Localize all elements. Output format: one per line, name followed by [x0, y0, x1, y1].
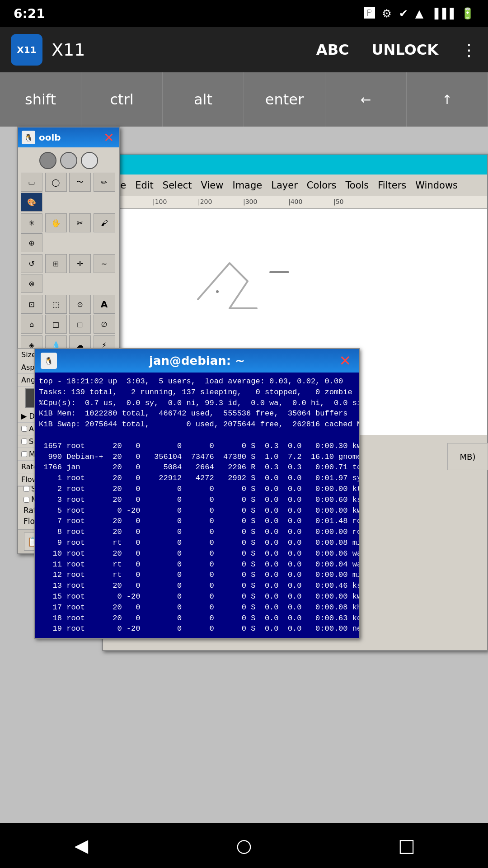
ruler-200: |200 [198, 198, 212, 205]
toolbox-titlebar[interactable]: 🐧 oolb ✕ [18, 127, 119, 147]
wifi-icon: ▲ [415, 7, 423, 20]
gimp-icon: 🐧 [24, 133, 33, 142]
perspective-tool[interactable]: ⬚ [45, 295, 67, 314]
status-time: 6:21 [14, 6, 45, 21]
smooth-checkbox[interactable] [23, 486, 29, 492]
paths-tool[interactable]: ✳ [21, 213, 42, 232]
ellipse-select-tool[interactable]: ◯ [45, 173, 67, 192]
color-pick-tool[interactable]: 🎨 [21, 193, 42, 212]
transform-tool[interactable]: □ [45, 315, 67, 334]
mode-checkbox[interactable] [23, 497, 29, 503]
abc-button[interactable]: ABC [316, 41, 349, 58]
terminal-title-text: jan@debian: ~ [61, 354, 333, 368]
back-button[interactable]: ◀ [63, 832, 99, 859]
menu-button[interactable]: ⋮ [461, 41, 477, 59]
smudge-tool[interactable]: ⊗ [21, 274, 42, 293]
dodge-tool[interactable]: ∅ [94, 315, 115, 334]
bottom-nav: ◀ ○ □ [0, 823, 488, 868]
mb-label: MB) [460, 452, 476, 462]
tool-grid-2: ✳ 🖐 ✂ 🖌 ⊕ [21, 213, 117, 252]
ruler-50: |50 [333, 198, 344, 205]
color-circle-2 [60, 152, 77, 169]
windows-menu[interactable]: Windows [411, 178, 462, 193]
colors-menu[interactable]: Colors [302, 178, 341, 193]
color-circle-3 [81, 152, 98, 169]
enter-key[interactable]: enter [244, 72, 325, 127]
crop-tool[interactable]: ⊡ [21, 295, 42, 314]
backspace-key[interactable]: ← [325, 72, 407, 127]
ruler-top: |0 |100 |200 |300 |400 |50 [103, 196, 487, 209]
gimp-menubar: File Edit Select View Image Layer Colors… [103, 175, 487, 196]
canvas-dot [216, 290, 219, 293]
status-left: 6:21 [14, 6, 45, 21]
lasso-tool[interactable]: 〜 [69, 173, 91, 192]
checkmark-icon: ✔ [399, 7, 408, 20]
up-arrow-key[interactable]: ↑ [407, 72, 488, 127]
mb-panel: MB) [447, 443, 488, 470]
battery-icon: 🔋 [461, 7, 474, 20]
shift-key[interactable]: shift [0, 72, 81, 127]
align-tool[interactable]: ⊞ [45, 254, 67, 273]
status-bar: 6:21 🅿 ⚙ ✔ ▲ ▐▐▐ 🔋 [0, 0, 488, 27]
text-tool[interactable]: A [94, 295, 115, 314]
main-area: 🐧 oolb ✕ ▭ ◯ 〜 ✏ 🎨 ✳ 🖐 [0, 127, 488, 823]
ruler-400: |400 [288, 198, 302, 205]
signal-icon: ▐▐▐ [431, 8, 454, 19]
color-row [21, 150, 117, 171]
settings-icon: ⚙ [382, 7, 392, 20]
zoom-tool[interactable]: ⊙ [69, 295, 91, 314]
paintbrush-tool[interactable]: 🖌 [94, 213, 115, 232]
tool-grid-3: ↺ ⊞ ✛ ~ ⊗ [21, 254, 117, 293]
terminal-body[interactable]: top - 18:21:02 up 3:03, 5 users, load av… [35, 373, 359, 638]
image-menu[interactable]: Image [228, 178, 267, 193]
gimp-titlebar[interactable] [103, 155, 487, 175]
home-button[interactable]: ○ [226, 832, 262, 859]
toolbox-close-button[interactable]: ✕ [102, 131, 116, 144]
color-circle-1 [39, 152, 56, 169]
alt-key[interactable]: alt [163, 72, 244, 127]
recent-button[interactable]: □ [389, 832, 425, 859]
ctrl-key[interactable]: ctrl [81, 72, 163, 127]
terminal-titlebar[interactable]: 🐧 jan@debian: ~ ✕ [35, 349, 359, 373]
status-right: 🅿 ⚙ ✔ ▲ ▐▐▐ 🔋 [364, 7, 474, 20]
toolbox-title-icon: 🐧 [22, 131, 35, 144]
x11-label: X11 [17, 44, 36, 55]
parking-icon: 🅿 [364, 7, 375, 20]
move-tool[interactable]: ✛ [69, 254, 91, 273]
edit-menu[interactable]: Edit [131, 178, 158, 193]
scissors-tool[interactable]: ✂ [69, 213, 91, 232]
layer-menu[interactable]: Layer [267, 178, 302, 193]
filters-menu[interactable]: Filters [373, 178, 411, 193]
tool-grid-4: ⊡ ⬚ ⊙ A ⌂ □ ◻ ∅ [21, 295, 117, 334]
app-bar: X11 X11 ABC UNLOCK ⋮ [0, 27, 488, 72]
app-title: X11 [52, 40, 307, 60]
color-select-tool[interactable]: 🖐 [45, 213, 67, 232]
terminal-close-button[interactable]: ✕ [337, 353, 353, 369]
x11-icon: X11 [11, 34, 42, 66]
heal-tool[interactable]: ~ [94, 254, 115, 273]
ruler-100: |100 [153, 198, 167, 205]
terminal-icon: 🐧 [41, 353, 57, 369]
keyboard-row: shift ctrl alt enter ← ↑ [0, 72, 488, 127]
terminal-window: 🐧 jan@debian: ~ ✕ top - 18:21:02 up 3:03… [34, 348, 360, 639]
view-menu[interactable]: View [197, 178, 228, 193]
unlock-button[interactable]: UNLOCK [372, 41, 439, 58]
rect-select-tool[interactable]: ▭ [21, 173, 42, 192]
toolbox-title-text: oolb [39, 132, 99, 143]
canvas-drawing [193, 236, 329, 326]
select-menu[interactable]: Select [158, 178, 197, 193]
tool-grid-1: ▭ ◯ 〜 ✏ 🎨 [21, 173, 117, 212]
eraser-tool[interactable]: ◻ [69, 315, 91, 334]
tools-menu[interactable]: Tools [341, 178, 374, 193]
ruler-300: |300 [243, 198, 257, 205]
rotate-tool[interactable]: ↺ [21, 254, 42, 273]
pencil-tool[interactable]: ✏ [94, 173, 115, 192]
clone-tool[interactable]: ⊕ [21, 233, 42, 252]
ink-tool[interactable]: ⌂ [21, 315, 42, 334]
